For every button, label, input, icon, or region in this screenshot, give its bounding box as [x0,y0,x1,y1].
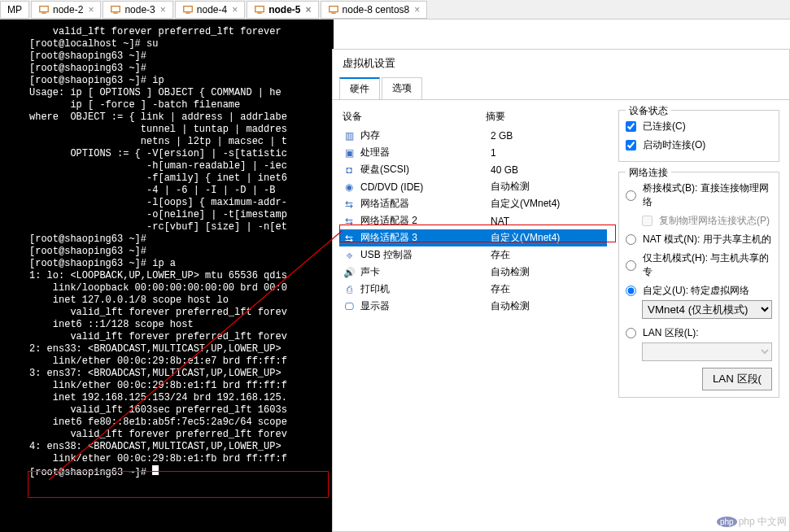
svg-rect-8 [329,6,338,11]
device-row[interactable]: ⇆网络适配器 2NAT [339,212,607,229]
device-row[interactable]: ▣处理器1 [339,144,607,161]
lan-radio[interactable]: LAN 区段(L): [626,324,772,342]
watermark: php php 中文网 [717,515,787,529]
tab-label: node-4 [197,4,227,15]
device-summary: 自定义(VMnet4) [491,231,604,245]
vm-icon [38,4,50,15]
replicate-input [642,216,653,226]
network-connection-group: 网络连接 桥接模式(B): 直接连接物理网络 复制物理网络连接状态(P) NAT… [618,172,779,398]
device-name: 声卡 [360,265,491,279]
device-row[interactable]: ◘硬盘(SCSI)40 GB [339,161,607,178]
vm-settings-dialog: 虚拟机设置 硬件 选项 设备 摘要 ▥内存2 GB▣处理器1◘硬盘(SCSI)4… [332,49,790,532]
nat-input[interactable] [626,234,636,245]
device-status-group: 设备状态 已连接(C) 启动时连接(O) [618,110,779,162]
connected-checkbox[interactable]: 已连接(C) [626,117,772,136]
device-summary: 自动检测 [491,299,604,313]
device-row[interactable]: ⎙打印机存在 [339,281,607,298]
lan-segment-select[interactable] [642,342,772,361]
php-icon: php [717,517,737,527]
tab-options[interactable]: 选项 [382,77,422,99]
tab-hardware[interactable]: 硬件 [339,77,380,99]
close-icon[interactable]: × [414,4,420,15]
tab-node-4[interactable]: node-4 × [175,1,245,19]
terminal[interactable]: valid_lft forever preferred_lft forever … [0,20,334,532]
custom-network-select[interactable]: VMnet4 (仅主机模式) [642,300,772,319]
close-icon[interactable]: × [306,4,312,15]
connected-label: 已连接(C) [643,120,686,133]
lan-input[interactable] [626,328,636,338]
connected-input[interactable] [626,121,636,132]
device-row[interactable]: ◉CD/DVD (IDE)自动检测 [339,178,607,195]
svg-rect-3 [114,12,118,13]
svg-rect-7 [258,12,262,13]
net-icon: ⇆ [343,198,356,211]
connect-at-power-input[interactable] [626,140,636,150]
device-name: 内存 [360,129,491,142]
device-properties: 设备状态 已连接(C) 启动时连接(O) 网络连接 桥接模式(B): 直接连接物… [615,107,783,525]
bridge-radio[interactable]: 桥接模式(B): 直接连接物理网络 [626,179,772,211]
connect-at-power-checkbox[interactable]: 启动时连接(O) [626,136,772,155]
lan-label: LAN 区段(L): [643,326,699,340]
replicate-label: 复制物理网络连接状态(P) [659,214,770,228]
device-row[interactable]: ⇆网络适配器 3自定义(VMnet4) [339,229,607,246]
device-row[interactable]: ⎆USB 控制器存在 [339,246,607,264]
group-title: 网络连接 [626,166,671,180]
device-summary: 1 [491,147,604,159]
svg-rect-1 [41,12,46,13]
close-icon[interactable]: × [160,4,166,15]
custom-input[interactable] [626,286,636,296]
device-summary: 存在 [491,282,604,296]
device-list-header: 设备 摘要 [339,107,607,127]
tab-node-8[interactable]: node-8 centos8 × [321,1,428,19]
custom-radio[interactable]: 自定义(U): 特定虚拟网络 [626,281,772,300]
hostonly-radio[interactable]: 仅主机模式(H): 与主机共享的专 [626,249,772,281]
net-icon: ⇆ [343,232,356,245]
display-icon: 🖵 [343,300,356,313]
sound-icon: 🔊 [343,266,356,279]
tab-label: node-5 [268,4,300,15]
svg-rect-5 [185,12,190,13]
tab-mp[interactable]: MP [0,1,29,19]
bridge-input[interactable] [626,190,636,201]
svg-rect-4 [184,6,193,11]
tab-node-5[interactable]: node-5 × [247,1,318,19]
device-summary: 40 GB [491,164,604,176]
hostonly-input[interactable] [626,260,636,271]
dialog-title: 虚拟机设置 [333,50,789,77]
svg-rect-0 [40,6,49,11]
watermark-text: php 中文网 [739,515,787,529]
lan-segment-button[interactable]: LAN 区段( [702,368,772,390]
device-name: 网络适配器 [360,197,491,211]
device-row[interactable]: 🖵显示器自动检测 [339,298,607,315]
device-row[interactable]: 🔊声卡自动检测 [339,264,607,281]
tab-label: node-8 centos8 [343,4,410,15]
close-icon[interactable]: × [232,4,238,15]
tab-node-2[interactable]: node-2 × [31,1,101,19]
cpu-icon: ▣ [343,146,356,159]
nat-label: NAT 模式(N): 用于共享主机的 [643,233,771,246]
printer-icon: ⎙ [343,283,356,296]
usb-icon: ⎆ [343,249,356,262]
tab-node-3[interactable]: node-3 × [103,1,172,19]
device-summary: 2 GB [491,130,604,142]
replicate-checkbox: 复制物理网络连接状态(P) [642,211,772,230]
device-summary: 自动检测 [491,180,604,194]
group-title: 设备状态 [626,104,671,118]
nat-radio[interactable]: NAT 模式(N): 用于共享主机的 [626,230,772,249]
device-row[interactable]: ▥内存2 GB [339,127,607,144]
tab-bar: MP node-2 × node-3 × node-4 × node-5 × n… [0,0,790,20]
vm-icon [182,4,194,15]
device-summary: 自定义(VMnet4) [491,197,604,211]
tab-label: node-3 [124,4,155,15]
close-icon[interactable]: × [88,4,94,15]
device-name: 网络适配器 3 [360,231,491,245]
memory-icon: ▥ [343,129,356,142]
device-summary: 自动检测 [491,265,604,279]
device-list: 设备 摘要 ▥内存2 GB▣处理器1◘硬盘(SCSI)40 GB◉CD/DVD … [339,107,607,525]
vm-icon [328,4,339,15]
device-row[interactable]: ⇆网络适配器自定义(VMnet4) [339,195,607,212]
device-name: 硬盘(SCSI) [360,163,491,177]
disk-icon: ◘ [343,164,356,177]
bridge-label: 桥接模式(B): 直接连接物理网络 [643,181,772,209]
device-name: USB 控制器 [360,248,491,262]
